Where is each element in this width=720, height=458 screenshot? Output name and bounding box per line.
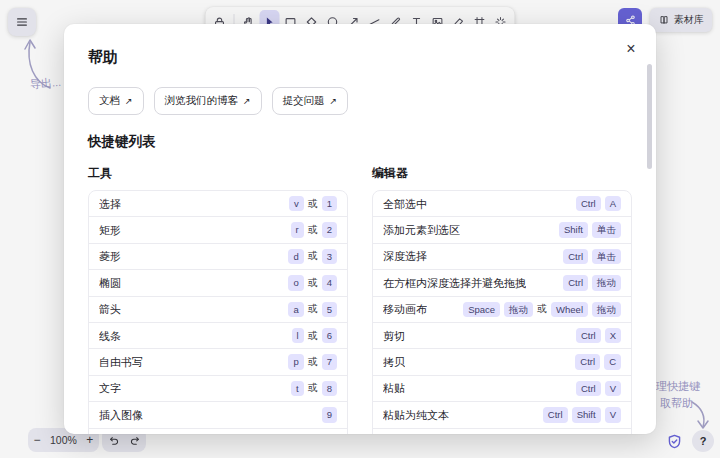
shortcut-key-badge: 拖动: [592, 275, 621, 290]
shortcut-key-badge: t: [291, 381, 304, 396]
shortcut-keys: d或3: [288, 249, 337, 264]
shortcut-row: 复制为 PNG 到剪贴板ShiftAltC: [373, 428, 631, 434]
shortcut-or-text: 或: [537, 302, 547, 316]
shortcut-keys: v或1: [289, 196, 337, 211]
issue-link-button[interactable]: 提交问题 ↗: [272, 87, 349, 115]
shortcut-label: 插入图像: [99, 408, 143, 422]
docs-link-button[interactable]: 文档 ↗: [88, 87, 144, 115]
shortcut-keys: r或2: [291, 222, 337, 237]
shortcut-row: 粘贴CtrlV: [373, 375, 631, 401]
shortcut-row: 在方框内深度选择并避免拖拽Ctrl拖动: [373, 269, 631, 295]
shortcut-keys: Space拖动或Wheel拖动: [463, 302, 621, 317]
dialog-title: 帮助: [88, 48, 632, 67]
shortcut-label: 在方框内深度选择并避免拖拽: [383, 276, 526, 290]
shortcut-row: 箭头a或5: [89, 296, 347, 322]
external-link-icon: ↗: [330, 96, 338, 106]
shortcut-key-badge: Ctrl: [576, 381, 601, 396]
shortcut-row: 拷贝CtrlC: [373, 348, 631, 374]
shortcut-keys: CtrlC: [575, 354, 621, 369]
shortcut-keys: CtrlShiftV: [543, 407, 621, 422]
shortcut-label: 添加元素到选区: [383, 223, 460, 237]
shortcut-label: 粘贴: [383, 381, 405, 395]
shortcut-keys: o或4: [288, 275, 337, 290]
shortcut-label: 文字: [99, 381, 121, 395]
shortcut-label: 剪切: [383, 329, 405, 343]
shortcuts-section-title: 快捷键列表: [88, 133, 632, 151]
shortcut-label: 选择: [99, 197, 121, 211]
shortcut-row: 线条l或6: [89, 322, 347, 348]
shortcut-keys: CtrlV: [576, 381, 621, 396]
shortcut-label: 矩形: [99, 223, 121, 237]
shortcut-key-badge: 4: [322, 275, 337, 290]
shortcut-key-badge: 2: [322, 222, 337, 237]
help-links-row: 文档 ↗ 浏览我们的博客 ↗ 提交问题 ↗: [88, 87, 632, 115]
dialog-close-button[interactable]: ×: [620, 38, 642, 60]
shortcut-row: 矩形r或2: [89, 216, 347, 242]
shortcut-key-badge: Space: [463, 302, 500, 317]
shortcut-or-text: 或: [308, 197, 318, 211]
shortcuts-columns: 工具 选择v或1矩形r或2菱形d或3椭圆o或4箭头a或5线条l或6自由书写p或7…: [88, 159, 632, 434]
shortcut-keys: CtrlX: [576, 328, 621, 343]
shortcut-row: 移动画布Space拖动或Wheel拖动: [373, 296, 631, 322]
shortcut-key-badge: X: [605, 328, 621, 343]
shortcut-row: 插入图像9: [89, 401, 347, 427]
shortcut-keys: Ctrl单击: [563, 249, 621, 264]
shortcut-keys: Shift单击: [559, 222, 621, 237]
shortcut-key-badge: 7: [322, 354, 337, 369]
shortcut-keys: CtrlA: [576, 196, 621, 211]
shortcut-key-badge: p: [288, 354, 303, 369]
shortcut-keys: t或8: [291, 381, 337, 396]
shortcut-key-badge: 拖动: [504, 302, 533, 317]
shortcut-key-badge: Ctrl: [543, 407, 568, 422]
shortcut-list: 选择v或1矩形r或2菱形d或3椭圆o或4箭头a或5线条l或6自由书写p或7文字t…: [88, 190, 348, 434]
shortcut-row: 菱形d或3: [89, 243, 347, 269]
shortcut-key-badge: Ctrl: [563, 249, 588, 264]
shortcut-key-badge: 9: [322, 407, 337, 422]
shortcut-or-text: 或: [308, 249, 318, 263]
shortcut-key-badge: Ctrl: [576, 196, 601, 211]
shortcut-key-badge: Ctrl: [576, 328, 601, 343]
shortcut-label: 全部选中: [383, 197, 427, 211]
shortcut-keys: l或6: [292, 328, 337, 343]
shortcut-keys: p或7: [288, 354, 337, 369]
shortcut-keys: Ctrl拖动: [563, 275, 621, 290]
shortcut-row: 深度选择Ctrl单击: [373, 243, 631, 269]
shortcut-label: 粘贴为纯文本: [383, 408, 449, 422]
shortcut-label: 拷贝: [383, 355, 405, 369]
shortcut-row: 橡皮e或0: [89, 428, 347, 434]
shortcut-label: 深度选择: [383, 249, 427, 263]
shortcut-key-badge: 6: [322, 328, 337, 343]
shortcut-label: 椭圆: [99, 276, 121, 290]
shortcut-or-text: 或: [308, 355, 318, 369]
shortcut-key-badge: 拖动: [592, 302, 621, 317]
shortcut-row: 粘贴为纯文本CtrlShiftV: [373, 401, 631, 427]
shortcuts-column-editor: 编辑器 全部选中CtrlA添加元素到选区Shift单击深度选择Ctrl单击在方框…: [372, 159, 632, 434]
shortcut-row: 添加元素到选区Shift单击: [373, 216, 631, 242]
shortcut-row: 全部选中CtrlA: [373, 191, 631, 216]
shortcut-key-badge: l: [292, 328, 304, 343]
shortcut-row: 剪切CtrlX: [373, 322, 631, 348]
help-dialog: 帮助 × 文档 ↗ 浏览我们的博客 ↗ 提交问题 ↗ 快捷键列表 工具 选择v或…: [64, 24, 656, 434]
shortcut-key-badge: 5: [322, 302, 337, 317]
shortcut-or-text: 或: [308, 381, 318, 395]
close-icon: ×: [626, 40, 635, 58]
issue-link-label: 提交问题: [283, 94, 325, 108]
shortcut-key-badge: o: [288, 275, 303, 290]
shortcut-key-badge: a: [288, 302, 303, 317]
shortcut-keys: 9: [322, 407, 337, 422]
shortcut-label: 线条: [99, 329, 121, 343]
shortcut-key-badge: Ctrl: [563, 275, 588, 290]
shortcut-or-text: 或: [308, 329, 318, 343]
shortcut-row: 选择v或1: [89, 191, 347, 216]
shortcut-key-badge: 单击: [592, 222, 621, 237]
shortcut-key-badge: V: [605, 381, 621, 396]
column-header: 编辑器: [372, 165, 632, 182]
shortcut-key-badge: Wheel: [551, 302, 588, 317]
shortcut-list: 全部选中CtrlA添加元素到选区Shift单击深度选择Ctrl单击在方框内深度选…: [372, 190, 632, 434]
docs-link-label: 文档: [99, 94, 120, 108]
blog-link-button[interactable]: 浏览我们的博客 ↗: [154, 87, 262, 115]
shortcut-or-text: 或: [308, 276, 318, 290]
shortcut-row: 文字t或8: [89, 375, 347, 401]
scrollbar-thumb[interactable]: [647, 64, 652, 169]
shortcut-key-badge: Shift: [572, 407, 601, 422]
